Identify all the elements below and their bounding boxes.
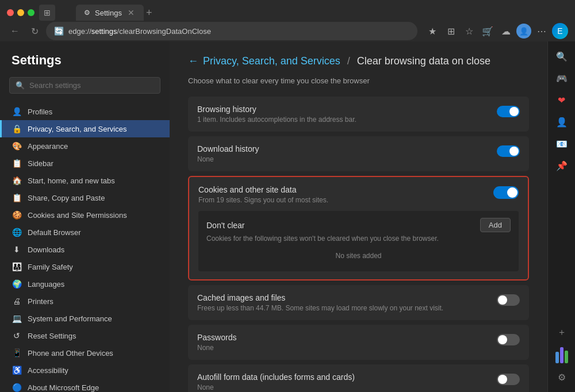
panel-search-icon[interactable]: 🔍: [551, 46, 572, 67]
dont-clear-section: Don't clear Add Cookies for the followin…: [198, 211, 519, 271]
more-options-button[interactable]: ⋯: [534, 23, 550, 39]
content-area: ← Privacy, Search, and Services / Clear …: [170, 41, 547, 392]
cached-toggle[interactable]: [497, 294, 520, 306]
sidebar-item-label: About Microsoft Edge: [28, 383, 99, 392]
bar1: [555, 352, 559, 363]
refresh-button[interactable]: ↻: [26, 23, 43, 39]
sidebar-item-label: Appearance: [28, 142, 68, 151]
appearance-icon: 🎨: [12, 141, 22, 151]
sidebar-item-label: Cookies and Site Permissions: [28, 211, 127, 220]
toggle-switch[interactable]: [497, 374, 520, 385]
back-nav-button[interactable]: ←: [7, 23, 23, 39]
sidebar-item-cookies[interactable]: 🍪 Cookies and Site Permissions: [0, 206, 170, 224]
add-site-button[interactable]: Add: [480, 218, 511, 232]
sidebar-item-privacy[interactable]: 🔒 Privacy, Search, and Services: [0, 120, 170, 137]
tab-close-button[interactable]: ✕: [126, 8, 136, 17]
setting-desc: From 19 sites. Signs you out of most sit…: [198, 196, 484, 204]
setting-item-browsing-history: Browsing history 1 item. Includes autoco…: [188, 97, 529, 132]
passwords-toggle[interactable]: [497, 334, 520, 345]
toggle-thumb: [507, 187, 518, 198]
sidebar-nav: 👤 Profiles 🔒 Privacy, Search, and Servic…: [0, 103, 170, 392]
sidebar-title: Settings: [0, 53, 170, 77]
setting-item-cached: Cached images and files Frees up less th…: [188, 285, 529, 320]
sidebar-item-label: Family Safety: [28, 263, 73, 271]
toggle-switch[interactable]: [497, 145, 520, 157]
autofill-toggle[interactable]: [497, 374, 520, 385]
maximize-button[interactable]: [28, 9, 34, 16]
profiles-icon: 👤: [12, 107, 22, 116]
search-box[interactable]: 🔍: [9, 77, 160, 94]
sidebar-item-default-browser[interactable]: 🌐 Default Browser: [0, 224, 170, 241]
sidebar-item-appearance[interactable]: 🎨 Appearance: [0, 137, 170, 155]
address-bar: ← ↻ 🔄 edge://settings/clearBrowsingDataO…: [0, 21, 575, 41]
sidebar-item-printers[interactable]: 🖨 Printers: [0, 293, 170, 310]
sidebar-item-family-safety[interactable]: 👨‍👩‍👧 Family Safety: [0, 258, 170, 275]
collections-icon[interactable]: ⊞: [443, 23, 459, 39]
edge-icon: E: [552, 23, 568, 39]
title-bar: ⊞ ⚙ Settings ✕ +: [0, 0, 575, 21]
toggle-thumb: [509, 107, 519, 116]
bar3: [565, 351, 568, 363]
sidebar-item-label: Downloads: [28, 245, 64, 254]
new-tab-button[interactable]: +: [146, 7, 152, 19]
sidebar-item-label: Reset Settings: [28, 332, 76, 340]
browser-essentials-icon[interactable]: ☆: [461, 23, 477, 39]
sidebar-item-label: Languages: [28, 280, 64, 289]
setting-info: Cookies and other site data From 19 site…: [198, 185, 484, 204]
settings-tab[interactable]: ⚙ Settings ✕: [76, 5, 144, 21]
sidebar-item-about[interactable]: 🔵 About Microsoft Edge: [0, 379, 170, 392]
search-input[interactable]: [29, 81, 154, 90]
panel-games-icon[interactable]: 🎮: [551, 68, 572, 89]
sidebar-item-label: Start, home, and new tabs: [28, 176, 115, 185]
download-history-toggle[interactable]: [497, 145, 520, 157]
sidebar-item-start-home[interactable]: 🏠 Start, home, and new tabs: [0, 172, 170, 189]
page-subtitle: Choose what to clear every time you clos…: [188, 76, 529, 85]
url-prefix: edge://: [68, 27, 91, 36]
url-icon: 🔄: [54, 26, 64, 36]
url-bar[interactable]: 🔄 edge://settings/clearBrowsingDataOnClo…: [46, 22, 417, 40]
breadcrumb-link[interactable]: Privacy, Search, and Services: [203, 55, 340, 67]
sidebar-item-sidebar[interactable]: 📋 Sidebar: [0, 155, 170, 172]
toggle-switch[interactable]: [497, 294, 520, 306]
minimize-button[interactable]: [17, 9, 24, 16]
url-domain: settings: [91, 27, 117, 36]
panel-profile-icon[interactable]: 👤: [551, 112, 572, 132]
page-title: Clear browsing data on close: [357, 55, 490, 67]
sidebar-item-accessibility[interactable]: ♿ Accessibility: [0, 362, 170, 379]
panel-collections-icon[interactable]: ❤: [551, 90, 572, 110]
sidebar-item-downloads[interactable]: ⬇ Downloads: [0, 241, 170, 258]
profile-icon[interactable]: 👤: [516, 24, 531, 39]
setting-desc: None: [197, 344, 488, 352]
setting-item-cookies: Cookies and other site data From 19 site…: [188, 176, 529, 280]
cookies-icon: 🍪: [12, 210, 22, 220]
wallet-icon[interactable]: ☁: [498, 23, 514, 39]
setting-item-passwords: Passwords None: [188, 325, 529, 360]
sidebar-item-phone[interactable]: 📱 Phone and Other Devices: [0, 344, 170, 362]
toggle-thumb: [498, 295, 507, 305]
sidebar-toggle[interactable]: ⊞: [39, 5, 55, 21]
favorites-icon[interactable]: ★: [424, 23, 440, 39]
sidebar-item-system[interactable]: 💻 System and Performance: [0, 310, 170, 327]
right-panel: 🔍 🎮 ❤ 👤 📧 📌 ＋ ⚙: [547, 41, 575, 392]
toggle-switch[interactable]: [497, 106, 520, 117]
toggle-switch[interactable]: [493, 186, 519, 199]
share-icon: 📋: [12, 193, 22, 202]
shopping-icon[interactable]: 🛒: [480, 23, 496, 39]
setting-info: Cached images and files Frees up less th…: [197, 293, 488, 312]
browsing-history-toggle[interactable]: [497, 106, 520, 117]
toggle-switch[interactable]: [497, 334, 520, 345]
panel-add-icon[interactable]: ＋: [551, 322, 572, 343]
sidebar-item-label: Privacy, Search, and Services: [28, 125, 126, 133]
panel-outlook-icon[interactable]: 📧: [551, 133, 572, 154]
sidebar-item-reset[interactable]: ↺ Reset Settings: [0, 327, 170, 344]
close-button[interactable]: [7, 9, 14, 16]
sidebar-item-profiles[interactable]: 👤 Profiles: [0, 103, 170, 120]
panel-settings-icon[interactable]: ⚙: [551, 367, 572, 387]
sidebar-item-share[interactable]: 📋 Share, Copy and Paste: [0, 189, 170, 206]
cookies-toggle[interactable]: [493, 186, 519, 199]
back-button[interactable]: ←: [188, 55, 198, 67]
panel-tools-icon[interactable]: 📌: [551, 155, 572, 176]
sidebar-item-languages[interactable]: 🌍 Languages: [0, 275, 170, 293]
sidebar-item-label: Default Browser: [28, 228, 80, 237]
home-icon: 🏠: [12, 176, 22, 185]
